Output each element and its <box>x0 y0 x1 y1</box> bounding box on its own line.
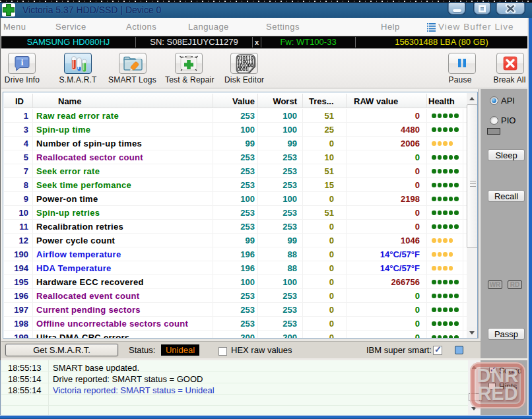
svg-text:i: i <box>21 57 24 67</box>
